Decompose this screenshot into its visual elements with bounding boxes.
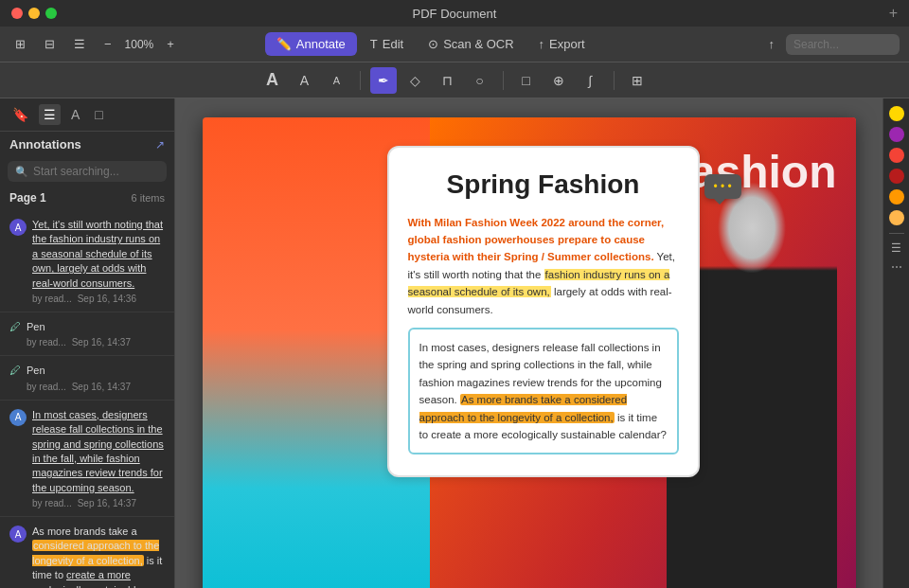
annotations-search-bar: 🔍 (8, 161, 167, 182)
layout-button[interactable]: ⊟ (39, 33, 61, 55)
pen-icon: 🖊 (9, 320, 21, 333)
search-icon: 🔍 (15, 166, 28, 178)
items-count: 6 items (132, 192, 165, 204)
annotations-search-input[interactable] (33, 165, 175, 178)
minimize-button[interactable] (28, 8, 40, 19)
annotation-author: by read... (32, 498, 72, 508)
list-item[interactable]: A Yet, it's still worth noting that the … (0, 210, 174, 312)
zoom-in-button[interactable]: + (161, 33, 180, 55)
pen-tool-button[interactable]: ✒ (370, 67, 397, 94)
grid-view-button[interactable]: ⊞ (9, 33, 31, 55)
text-icon-button[interactable]: A (66, 104, 84, 125)
list-item[interactable]: A In most cases, designers release fall … (0, 401, 174, 517)
zoom-out-button[interactable]: − (98, 33, 117, 55)
pdf-para1-bold: With Milan Fashion Week 2022 around the … (408, 217, 665, 263)
text-small-button[interactable]: A (324, 67, 350, 94)
panel-dots-icon[interactable]: ⋯ (891, 260, 902, 274)
annotations-edit-button[interactable]: ↗ (155, 138, 165, 151)
pdf-box2-underline: In most cases, designers release fall co… (419, 342, 661, 370)
text-medium-button[interactable]: A (292, 67, 318, 94)
pdf-page: Fashion Spring Fashion With Milan Fashio… (203, 117, 856, 588)
titlebar: PDF Document + (0, 0, 909, 27)
pdf-second-box: In most cases, designers release fall co… (408, 328, 679, 454)
search-input[interactable] (786, 34, 900, 55)
color-yellow[interactable] (889, 106, 904, 121)
tab-export-label: Export (549, 37, 585, 51)
annotation-date: Sep 16, 14:36 (78, 294, 136, 304)
share-button[interactable]: ↑ (762, 33, 780, 55)
avatar: A (9, 219, 27, 236)
annotation-meta: by read... Sep 16, 14:37 (27, 382, 131, 392)
pdf-body: With Milan Fashion Week 2022 around the … (408, 214, 679, 318)
annotation-meta: by read... Sep 16, 14:36 (32, 294, 165, 304)
maximize-button[interactable] (45, 8, 57, 19)
tool-divider-2 (503, 71, 504, 90)
list-item[interactable]: 🖊 Pen by read... Sep 16, 14:37 (0, 356, 174, 400)
main-toolbar: ⊞ ⊟ ☰ − 100% + ✏️ Annotate T Edit ⊙ Scan… (0, 27, 909, 62)
toolbar-right: ↑ (762, 33, 900, 55)
tab-annotate[interactable]: ✏️ Annotate (265, 32, 357, 56)
sidebar-icons: 🔖 ☰ A □ (0, 98, 174, 132)
panel-menu-icon[interactable]: ☰ (891, 241, 901, 255)
tab-edit[interactable]: T Edit (359, 32, 415, 56)
tool-divider-1 (360, 71, 361, 90)
bookmark-icon-button[interactable]: 🔖 (8, 104, 33, 125)
edit-icon: T (370, 37, 378, 51)
color-orange[interactable] (889, 189, 904, 205)
page-icon-button[interactable]: □ (90, 104, 107, 125)
pdf-comment-popup[interactable]: • • • (704, 174, 741, 199)
text-large-button[interactable]: A (259, 67, 286, 94)
annotation-meta: by read... Sep 16, 14:37 (27, 337, 131, 347)
pen-icon: 🖊 (9, 364, 21, 377)
avatar: A (9, 526, 27, 543)
export-icon: ↑ (539, 37, 545, 51)
toolbar-left: ⊞ ⊟ ☰ − 100% + (9, 33, 180, 55)
toolbar-tabs: ✏️ Annotate T Edit ⊙ Scan & OCR ↑ Export (265, 32, 597, 56)
annotation-author: by read... (32, 294, 72, 304)
signature-tool-button[interactable]: ∫ (578, 67, 604, 94)
pdf-area: Fashion Spring Fashion With Milan Fashio… (175, 98, 882, 588)
traffic-lights (11, 8, 57, 19)
list-icon-button[interactable]: ☰ (39, 104, 61, 125)
annotation-text: In most cases, designers release fall co… (32, 408, 165, 495)
annotations-title: Annotations (9, 137, 81, 151)
close-button[interactable] (11, 8, 23, 19)
sidebar: 🔖 ☰ A □ Annotations ↗ 🔍 Page 1 6 items A (0, 98, 175, 588)
tab-export[interactable]: ↑ Export (527, 32, 597, 56)
zoom-level: 100% (125, 38, 154, 51)
tab-scan-ocr[interactable]: ⊙ Scan & OCR (417, 32, 525, 56)
color-light-orange[interactable] (889, 210, 904, 225)
pdf-content-card: Spring Fashion With Milan Fashion Week 2… (387, 146, 700, 477)
window-title: PDF Document (413, 7, 497, 21)
highlighter-button[interactable]: ◇ (402, 67, 429, 94)
list-item[interactable]: 🖊 Pen by read... Sep 16, 14:37 (0, 312, 174, 356)
tab-edit-label: Edit (383, 37, 403, 51)
right-color-panel: ☰ ⋯ (882, 98, 909, 588)
main-layout: 🔖 ☰ A □ Annotations ↗ 🔍 Page 1 6 items A (0, 98, 909, 588)
annotations-list: A Yet, it's still worth noting that the … (0, 210, 174, 588)
annotate-icon: ✏️ (276, 37, 292, 51)
color-dark-red[interactable] (889, 169, 904, 184)
annotations-header: Annotations ↗ (0, 132, 174, 157)
shape-tool-button[interactable]: ○ (467, 67, 493, 94)
comment-dots: • • • (714, 180, 732, 193)
right-panel-divider (889, 233, 904, 234)
tool-row: A A A ✒ ◇ ⊓ ○ □ ⊕ ∫ ⊞ (0, 62, 909, 98)
tool-divider-3 (614, 71, 615, 90)
stamp-tool-button[interactable]: ⊕ (545, 67, 572, 94)
annotation-meta: by read... Sep 16, 14:37 (32, 498, 165, 508)
annotation-text: Pen (27, 320, 131, 334)
comment-tool-button[interactable]: □ (513, 67, 540, 94)
underline-tool-button[interactable]: ⊓ (435, 67, 461, 94)
list-item[interactable]: A As more brands take a considered appro… (0, 517, 174, 588)
scan-icon: ⊙ (428, 37, 438, 51)
annotation-author: by read... (27, 337, 66, 347)
new-tab-button[interactable]: + (889, 5, 898, 22)
annotation-text: Pen (27, 364, 131, 378)
annotation-text: Yet, it's still worth noting that the fa… (32, 218, 165, 291)
page-label: Page 1 (9, 191, 46, 205)
selection-tool-button[interactable]: ⊞ (624, 67, 651, 94)
color-red[interactable] (889, 148, 904, 163)
color-purple[interactable] (889, 127, 904, 142)
sidebar-toggle-button[interactable]: ☰ (68, 33, 91, 55)
